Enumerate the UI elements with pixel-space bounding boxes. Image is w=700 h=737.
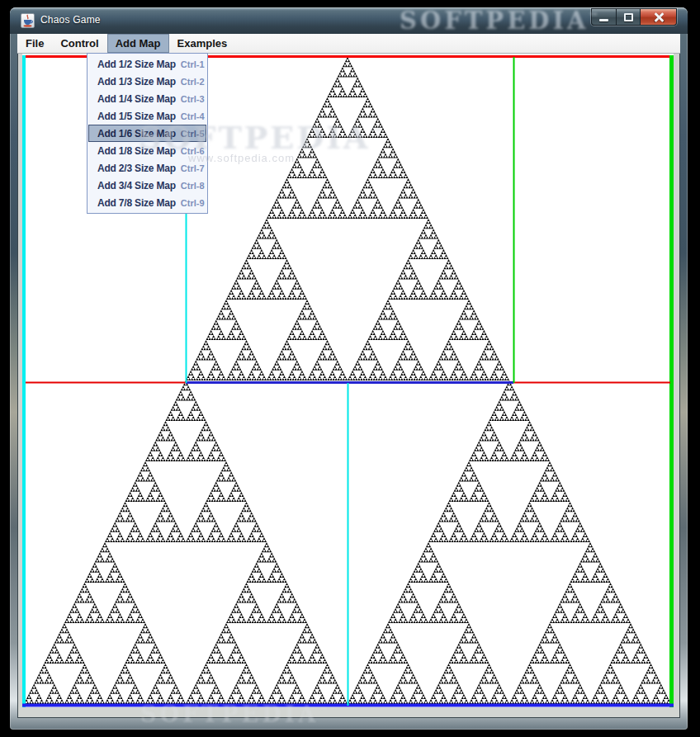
menu-control[interactable]: Control (52, 34, 106, 53)
maximize-icon (624, 13, 633, 21)
minimize-icon (599, 19, 608, 21)
menu-item-add-1-8[interactable]: Add 1/8 Size Map Ctrl-6 (88, 142, 206, 159)
menu-item-shortcut: Ctrl-2 (181, 77, 205, 87)
menu-item-shortcut: Ctrl-5 (181, 129, 205, 139)
menu-item-add-7-8[interactable]: Add 7/8 Size Map Ctrl-9 (88, 194, 206, 211)
menu-add-map[interactable]: Add Map (107, 34, 169, 53)
caption-button-group (591, 8, 677, 26)
menu-item-label: Add 1/8 Size Map (97, 145, 176, 157)
add-map-popup-menu: Add 1/2 Size Map Ctrl-1 Add 1/3 Size Map… (87, 53, 208, 214)
title-bar[interactable]: Chaos Game (10, 7, 688, 34)
desktop-background: Chaos Game File Control Add Map Examples (0, 0, 700, 737)
menu-item-add-1-6[interactable]: Add 1/6 Size Map Ctrl-5 (88, 125, 206, 142)
menu-bar: File Control Add Map Examples (17, 34, 680, 54)
menu-file[interactable]: File (17, 34, 52, 53)
menu-item-shortcut: Ctrl-1 (181, 59, 205, 69)
window-title: Chaos Game (40, 14, 101, 26)
menu-item-label: Add 1/2 Size Map (97, 59, 176, 70)
menu-item-label: Add 7/8 Size Map (97, 197, 176, 209)
menu-item-label: Add 1/4 Size Map (97, 93, 176, 105)
menu-item-add-1-3[interactable]: Add 1/3 Size Map Ctrl-2 (88, 73, 206, 90)
menu-examples[interactable]: Examples (169, 34, 236, 53)
close-icon (654, 12, 664, 22)
menu-item-add-1-4[interactable]: Add 1/4 Size Map Ctrl-3 (88, 90, 206, 107)
menu-item-shortcut: Ctrl-3 (181, 94, 205, 104)
menu-item-shortcut: Ctrl-7 (181, 163, 205, 173)
menu-item-label: Add 1/3 Size Map (97, 76, 176, 87)
menu-item-add-1-5[interactable]: Add 1/5 Size Map Ctrl-4 (88, 107, 206, 125)
menu-item-shortcut: Ctrl-6 (181, 146, 205, 156)
menu-item-shortcut: Ctrl-9 (181, 198, 205, 208)
menu-item-add-2-3[interactable]: Add 2/3 Size Map Ctrl-7 (88, 159, 206, 177)
menu-item-add-3-4[interactable]: Add 3/4 Size Map Ctrl-8 (88, 177, 206, 194)
menu-item-label: Add 1/5 Size Map (97, 111, 176, 122)
menu-item-add-1-2[interactable]: Add 1/2 Size Map Ctrl-1 (88, 55, 206, 73)
menu-item-label: Add 3/4 Size Map (97, 180, 176, 191)
minimize-button[interactable] (591, 8, 616, 26)
maximize-button[interactable] (616, 8, 641, 26)
menu-item-label: Add 2/3 Size Map (97, 163, 176, 174)
menu-item-shortcut: Ctrl-4 (181, 111, 205, 121)
java-app-icon (21, 13, 35, 28)
close-button[interactable] (641, 8, 677, 26)
menu-item-label: Add 1/6 Size Map (97, 128, 176, 139)
menu-item-shortcut: Ctrl-8 (181, 181, 205, 191)
